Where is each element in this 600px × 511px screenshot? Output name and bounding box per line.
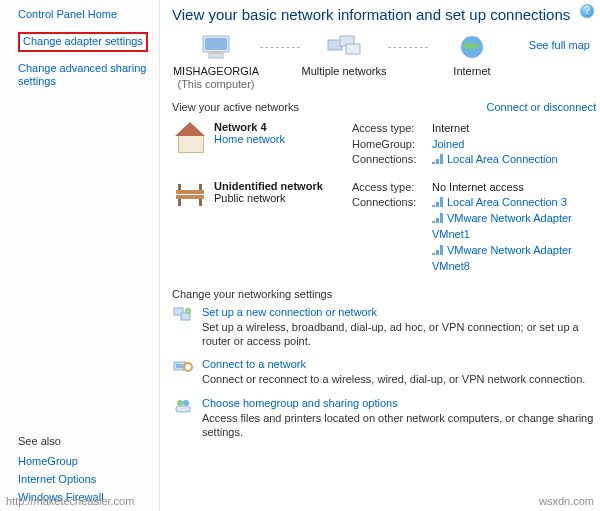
homegroup-sharing-icon	[172, 397, 194, 440]
sidebar-change-adapter[interactable]: Change adapter settings	[23, 35, 143, 47]
network-name: Unidentified network	[214, 180, 348, 192]
active-networks-heading: View your active networks	[172, 101, 299, 113]
highlight-change-adapter: Change adapter settings	[18, 32, 148, 52]
kv-key: Connections:	[352, 152, 426, 167]
svg-rect-5	[346, 44, 360, 54]
task-desc: Access files and printers located on oth…	[202, 411, 596, 440]
network-row: Unidentified network Public network Acce…	[172, 176, 596, 282]
seealso-internet-options[interactable]: Internet Options	[18, 473, 149, 485]
see-also-heading: See also	[18, 435, 149, 447]
kv-key: Access type:	[352, 121, 426, 136]
kv-key: Connections:	[352, 195, 426, 274]
node-multi-label: Multiple networks	[302, 65, 387, 78]
computer-icon	[197, 33, 235, 61]
signal-icon	[432, 197, 444, 207]
signal-icon	[432, 154, 444, 164]
link-line-icon	[260, 47, 300, 48]
bench-icon	[172, 180, 208, 274]
task-connect-network-link[interactable]: Connect to a network	[202, 358, 306, 370]
svg-rect-10	[199, 199, 202, 206]
watermark-right: wsxdn.com	[539, 495, 594, 507]
svg-rect-22	[176, 406, 190, 412]
task-homegroup-link[interactable]: Choose homegroup and sharing options	[202, 397, 398, 409]
task-desc: Set up a wireless, broadband, dial-up, a…	[202, 320, 596, 349]
sidebar-change-advanced[interactable]: Change advanced sharing settings	[18, 62, 146, 88]
svg-rect-8	[176, 195, 204, 199]
signal-icon	[432, 213, 444, 223]
connection-link[interactable]: VMware Network Adapter VMnet1	[432, 212, 572, 239]
network-category: Public network	[214, 192, 286, 204]
globe-icon	[453, 33, 491, 61]
network-name: Network 4	[214, 121, 348, 133]
kv-key: Access type:	[352, 180, 426, 195]
task-setup-connection-link[interactable]: Set up a new connection or network	[202, 306, 377, 318]
network-row: Network 4 Home network Access type:Inter…	[172, 117, 596, 175]
watermark-left: http://maketecheasier.com	[6, 495, 134, 507]
link-line-icon	[388, 47, 428, 48]
setup-connection-icon: +	[172, 306, 194, 349]
connection-link[interactable]: VMware Network Adapter VMnet8	[432, 244, 572, 271]
homegroup-joined-link[interactable]: Joined	[432, 138, 464, 150]
svg-rect-14	[181, 313, 190, 320]
signal-icon	[432, 245, 444, 255]
svg-rect-9	[178, 199, 181, 206]
connection-link[interactable]: Local Area Connection	[447, 153, 558, 165]
kv-val: Internet	[432, 121, 596, 136]
tasks-heading: Change your networking settings	[172, 288, 596, 300]
networks-icon	[325, 33, 363, 61]
task-desc: Connect or reconnect to a wireless, wire…	[202, 372, 596, 386]
sidebar-cp-home[interactable]: Control Panel Home	[18, 8, 117, 20]
svg-rect-2	[209, 53, 223, 58]
node-internet-label: Internet	[453, 65, 490, 78]
svg-point-20	[177, 400, 183, 406]
svg-rect-12	[199, 184, 202, 190]
svg-rect-1	[205, 38, 227, 50]
task-item: + Set up a new connection or network Set…	[172, 306, 596, 349]
svg-rect-18	[176, 364, 183, 368]
house-icon	[173, 123, 207, 153]
task-item: Choose homegroup and sharing options Acc…	[172, 397, 596, 440]
network-category-link[interactable]: Home network	[214, 133, 285, 145]
kv-key: HomeGroup:	[352, 137, 426, 152]
svg-rect-7	[176, 190, 204, 194]
connection-link[interactable]: Local Area Connection 3	[447, 196, 567, 208]
task-item: Connect to a network Connect or reconnec…	[172, 358, 596, 386]
connect-or-disconnect-link[interactable]: Connect or disconnect	[487, 101, 596, 113]
page-title: View your basic network information and …	[172, 6, 596, 23]
seealso-homegroup[interactable]: HomeGroup	[18, 455, 149, 467]
connect-network-icon	[172, 358, 194, 386]
kv-val: No Internet access	[432, 180, 596, 195]
svg-point-21	[183, 400, 189, 406]
help-icon[interactable]: ?	[580, 4, 594, 18]
node-computer-label: MISHAGEORGIA	[173, 65, 259, 78]
see-full-map-link[interactable]: See full map	[529, 39, 590, 51]
svg-rect-11	[178, 184, 181, 190]
node-computer-sub: (This computer)	[177, 78, 254, 91]
svg-text:+: +	[187, 308, 190, 314]
